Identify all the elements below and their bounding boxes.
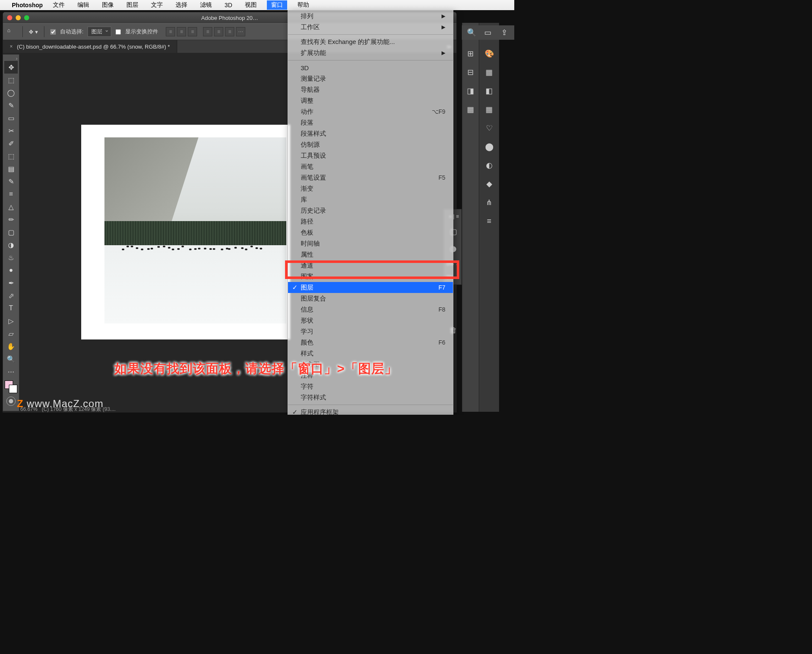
tool-20[interactable]: ▷ (4, 315, 18, 327)
workspace-icon[interactable]: ▭ (483, 27, 493, 38)
menu-图层[interactable]: 图层 (124, 0, 141, 10)
menu-item-图案[interactable]: 图案 (288, 271, 453, 282)
tool-23[interactable]: 🔍 (4, 353, 18, 365)
tool-8[interactable]: ▤ (4, 162, 18, 175)
panel-icon[interactable]: 🎨 (484, 48, 495, 59)
home-icon[interactable]: ⌂ (7, 27, 16, 36)
menu-item-样式[interactable]: 样式 (288, 348, 453, 359)
menu-item-学习[interactable]: 学习 (288, 326, 453, 337)
align-icon[interactable]: ≡ (188, 27, 197, 36)
menu-item-属性[interactable]: 属性 (288, 249, 453, 260)
close-icon[interactable] (7, 15, 12, 20)
tool-9[interactable]: ✎ (4, 175, 18, 188)
panel-icon[interactable]: ⋔ (484, 197, 495, 208)
menu-item-工具预设[interactable]: 工具预设 (288, 150, 453, 161)
panel-icon[interactable]: ◐ (484, 160, 495, 171)
menu-item-形状[interactable]: 形状 (288, 315, 453, 326)
document-tab[interactable]: × (C) bison_downloadable-asset.psd @ 66.… (3, 40, 177, 53)
panel-icon[interactable]: ◆ (484, 178, 495, 189)
panel-icon[interactable]: ▦ (484, 104, 495, 115)
menu-窗口[interactable]: 窗口 (267, 0, 287, 10)
menu-item-历史记录[interactable]: 历史记录 (288, 205, 453, 216)
menu-item-画笔设置[interactable]: 画笔设置F5 (288, 172, 453, 183)
menu-item-段落[interactable]: 段落 (288, 117, 453, 128)
auto-select-checkbox[interactable] (50, 29, 56, 35)
tool-13[interactable]: ▢ (4, 226, 18, 238)
menu-帮助[interactable]: 帮助 (295, 0, 312, 10)
align-icon[interactable]: ≡ (225, 27, 234, 36)
menu-item-颜色[interactable]: 颜色F6 (288, 337, 453, 348)
menu-item-字符[interactable]: 字符 (288, 381, 453, 392)
menu-item-路径[interactable]: 路径 (288, 216, 453, 227)
menu-item-段落样式[interactable]: 段落样式 (288, 128, 453, 139)
menu-编辑[interactable]: 编辑 (75, 0, 92, 10)
menu-视图[interactable]: 视图 (242, 0, 259, 10)
menu-item-动作[interactable]: 动作⌥F9 (288, 106, 453, 117)
panel-icon[interactable]: ⊞ (465, 48, 476, 59)
menu-item-库[interactable]: 库 (288, 194, 453, 205)
show-transform-checkbox[interactable] (115, 29, 121, 35)
tool-5[interactable]: ✂ (4, 124, 18, 137)
menu-item-图层复合[interactable]: 图层复合 (288, 293, 453, 304)
menu-item-色板[interactable]: 色板 (288, 227, 453, 238)
menu-item-测量记录[interactable]: 测量记录 (288, 73, 453, 84)
panel-icon[interactable]: ◨ (465, 85, 476, 96)
panel-icon[interactable]: ◧ (484, 85, 495, 96)
traffic-lights[interactable] (7, 15, 29, 20)
tool-24[interactable]: ⋯ (4, 365, 18, 378)
menu-item-扩展功能[interactable]: 扩展功能▶ (288, 47, 453, 58)
panel-icon[interactable]: ♡ (484, 123, 495, 134)
menu-图像[interactable]: 图像 (99, 0, 116, 10)
auto-select-dropdown[interactable]: 图层 (88, 27, 111, 37)
minimize-icon[interactable] (16, 15, 21, 20)
tool-3[interactable]: ✎ (4, 99, 18, 112)
tool-21[interactable]: ▱ (4, 327, 18, 340)
tool-6[interactable]: ✐ (4, 137, 18, 150)
tab-close-icon[interactable]: × (10, 44, 13, 49)
color-swatch[interactable] (5, 380, 17, 393)
panel-icon[interactable]: ▦ (465, 104, 476, 115)
align-icon[interactable]: ≡ (177, 27, 186, 36)
align-icon[interactable]: ≡ (203, 27, 212, 36)
menu-item-排列[interactable]: 排列▶ (288, 11, 453, 22)
menu-item-字符样式[interactable]: 字符样式 (288, 392, 453, 403)
panel-icon[interactable]: ▦ (484, 67, 495, 78)
menu-item-调整[interactable]: 调整 (288, 95, 453, 106)
align-icon[interactable]: ≡ (166, 27, 175, 36)
zoom-icon[interactable] (24, 15, 29, 20)
menu-item-通道[interactable]: 通道 (288, 260, 453, 271)
tool-16[interactable]: ● (4, 264, 18, 276)
tool-7[interactable]: ⬚ (4, 150, 18, 162)
menu-item-查找有关 Exchange 的扩展功能...[interactable]: 查找有关 Exchange 的扩展功能... (288, 36, 453, 47)
canvas[interactable] (81, 125, 290, 339)
panel-icon[interactable]: ⊟ (465, 67, 476, 78)
tool-4[interactable]: ▭ (4, 112, 18, 124)
tool-22[interactable]: ✋ (4, 340, 18, 353)
tool-2[interactable]: ◯ (4, 86, 18, 99)
move-tool-icon[interactable]: ✥ ▾ (29, 29, 38, 35)
tool-11[interactable]: △ (4, 200, 18, 213)
tool-17[interactable]: ✒ (4, 276, 18, 289)
share-icon[interactable]: ⇪ (499, 27, 509, 38)
menu-item-仿制源[interactable]: 仿制源 (288, 139, 453, 150)
tool-19[interactable]: T (4, 302, 18, 315)
align-icon[interactable]: ⋯ (236, 27, 245, 36)
tool-10[interactable]: ≡ (4, 188, 18, 200)
align-icon[interactable]: ≡ (214, 27, 223, 36)
tool-1[interactable]: ⬚ (4, 74, 18, 86)
menu-文件[interactable]: 文件 (50, 0, 67, 10)
menu-item-导航器[interactable]: 导航器 (288, 84, 453, 95)
tool-18[interactable]: ⬀ (4, 289, 18, 302)
menu-item-时间轴[interactable]: 时间轴 (288, 238, 453, 249)
menu-文字[interactable]: 文字 (148, 0, 165, 10)
menu-滤镜[interactable]: 滤镜 (198, 0, 214, 10)
quickmask-icon[interactable] (6, 397, 16, 406)
tool-0[interactable]: ✥ (4, 61, 18, 74)
menu-3D[interactable]: 3D (222, 1, 235, 9)
panel-icon[interactable]: ≡ (484, 216, 495, 227)
menu-item-画笔[interactable]: 画笔 (288, 161, 453, 172)
tool-14[interactable]: ◑ (4, 238, 18, 251)
tool-12[interactable]: ✏ (4, 213, 18, 226)
menu-item-信息[interactable]: 信息F8 (288, 304, 453, 315)
panel-icon[interactable]: ⬤ (484, 141, 495, 152)
